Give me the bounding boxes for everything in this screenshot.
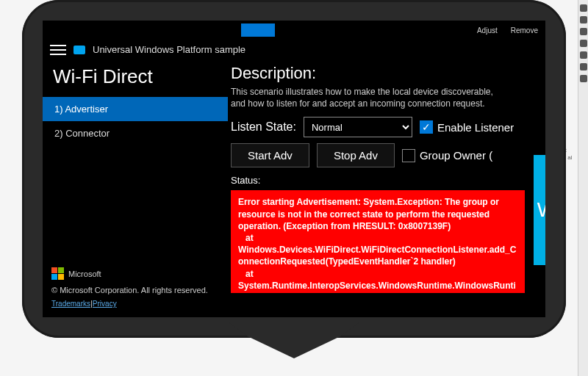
- microsoft-brand-text: Microsoft: [68, 270, 101, 278]
- status-error-text: Error starting Advertisement: System.Exc…: [231, 190, 525, 293]
- group-owner-checkbox[interactable]: Group Owner (: [402, 149, 492, 162]
- copyright-text: © Microsoft Corporation. All rights rese…: [51, 286, 219, 294]
- sidebar: Wi-Fi Direct 1) Advertiser 2) Connector …: [43, 59, 228, 312]
- description-heading: Description:: [231, 64, 545, 83]
- app-titlebar: Universal Windows Platform sample: [43, 40, 545, 59]
- emulator-frame: Adjust Remove Universal Windows Platform…: [22, 0, 566, 338]
- stop-adv-button[interactable]: Stop Adv: [317, 143, 395, 167]
- adjust-button[interactable]: Adjust: [477, 26, 498, 35]
- nav-advertiser[interactable]: 1) Advertiser: [43, 97, 228, 121]
- page-title: Wi-Fi Direct: [43, 59, 228, 97]
- status-label: Status:: [231, 175, 545, 186]
- enable-listener-label: Enable Listener: [437, 121, 514, 134]
- topbar-highlight: [241, 24, 275, 37]
- trademarks-link[interactable]: Trademarks: [51, 300, 90, 308]
- side-teal-panel: W: [534, 155, 545, 265]
- nav-connector[interactable]: 2) Connector: [43, 121, 228, 145]
- emulator-topbar: Adjust Remove: [43, 21, 545, 40]
- description-text: This scenario illustrates how to make th…: [231, 86, 510, 109]
- app-screen: Adjust Remove Universal Windows Platform…: [43, 21, 545, 317]
- app-title: Universal Windows Platform sample: [93, 44, 245, 55]
- hamburger-icon[interactable]: [50, 45, 66, 55]
- check-icon: ✓: [420, 120, 433, 134]
- start-adv-button[interactable]: Start Adv: [231, 143, 309, 167]
- browser-right-strip: [578, 0, 588, 376]
- remove-button[interactable]: Remove: [511, 26, 538, 35]
- microsoft-logo-icon: [51, 267, 64, 280]
- listen-state-label: Listen State:: [231, 120, 296, 134]
- app-icon: [74, 46, 85, 54]
- privacy-link[interactable]: Privacy: [93, 300, 117, 308]
- listen-state-combo[interactable]: Normal: [304, 117, 412, 137]
- microsoft-logo: Microsoft: [51, 267, 101, 280]
- enable-listener-checkbox[interactable]: ✓ Enable Listener: [420, 120, 514, 134]
- unchecked-box-icon: [402, 149, 415, 162]
- sidebar-footer: Microsoft © Microsoft Corporation. All r…: [43, 258, 228, 312]
- main-panel: Description: This scenario illustrates h…: [228, 59, 545, 312]
- group-owner-label: Group Owner (: [420, 149, 492, 162]
